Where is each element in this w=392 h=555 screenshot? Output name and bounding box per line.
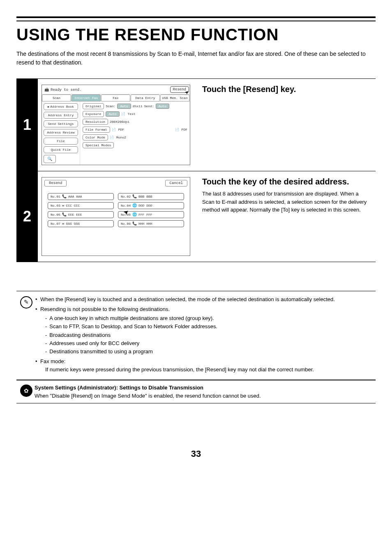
dest-04[interactable]: No.04🌐DDD DDD (118, 202, 184, 209)
preview-button[interactable]: 🔍 (44, 155, 56, 163)
file-button[interactable]: File (44, 138, 78, 145)
scan-label: Scan: (106, 104, 115, 108)
dest-02[interactable]: No.02📞BBB BBB (118, 193, 184, 200)
note-bullet-2: Resending is not possible to the followi… (35, 305, 335, 356)
tab-fax[interactable]: Fax (101, 94, 130, 101)
step-2-heading: Touch the key of the desired address. (202, 177, 372, 187)
page-title: USING THE RESEND FUNCTION (16, 25, 376, 44)
dest-name: CCC CCC (66, 204, 80, 207)
gear-icon: ✿ (20, 385, 32, 397)
step-2-screenshot: Resend Cancel No.01📞AAA AAA No.02📞BBB BB… (38, 171, 194, 262)
note-bullet-3: Fax mode: If numeric keys were pressed d… (35, 357, 335, 374)
note-bullet-3-text: If numeric keys were pressed during the … (40, 366, 335, 374)
resend-button[interactable]: Resend ➤ (170, 86, 189, 93)
note-sub-2: Scan to FTP, Scan to Desktop, and Scan t… (45, 322, 332, 331)
dest-name: HHH HHH (138, 222, 152, 226)
pdf-icon-1 (112, 128, 117, 132)
admin-note: ✿ System Settings (Administrator): Setti… (16, 380, 376, 403)
left-button-column: Address Book Address Entry Send Settings… (42, 101, 80, 165)
dest-name: DDD DDD (138, 204, 152, 207)
exposure-button[interactable]: Exposure (83, 111, 104, 117)
note-sub-1: A one-touch key in which multiple destin… (45, 314, 332, 322)
send-auto[interactable]: Auto (156, 104, 169, 109)
phone-icon: 📞 (132, 221, 137, 226)
dest-no: No.05 (51, 213, 60, 216)
exposure-auto[interactable]: Auto (106, 111, 119, 117)
note-sub-5: Destinations transmitted to using a prog… (45, 348, 332, 356)
exposure-mode: Text (128, 112, 136, 116)
note-bullet-3-label: Fax mode: (40, 358, 65, 364)
tab-scan[interactable]: Scan (42, 94, 71, 101)
admin-title: System Settings (Administrator): Setting… (35, 384, 374, 392)
dest-07[interactable]: No.07✉GGG GGG (48, 220, 114, 227)
dest-01[interactable]: No.01📞AAA AAA (48, 193, 114, 200)
resend-screen: Resend Cancel No.01📞AAA AAA No.02📞BBB BB… (42, 177, 190, 256)
note-bullet-1: When the [Resend] key is touched and a d… (35, 295, 335, 304)
intro-paragraph: The destinations of the most recent 8 tr… (16, 50, 376, 67)
format-v1: PDF (118, 128, 124, 131)
destination-list: No.01📞AAA AAA No.02📞BBB BBB No.03✉CCC CC… (42, 189, 190, 231)
color-mode-button[interactable]: Color Mode (83, 134, 108, 140)
step-number-2: 2 (16, 171, 38, 262)
send-screen: Ready to send. Resend ➤ Scan Internet Fa… (42, 85, 190, 165)
dest-name: FFF FFF (138, 213, 152, 216)
phone-icon: 📞 (62, 212, 67, 217)
phone-icon: 📞 (132, 194, 137, 199)
send-label: Send: (144, 104, 154, 108)
dest-03[interactable]: No.03✉CCC CCC (48, 202, 114, 209)
settings-panel: Original Scan: Auto 8½x11 Send: Auto Exp… (80, 101, 190, 165)
resend-title: Resend (44, 180, 67, 187)
text-mode-icon (121, 112, 126, 116)
status-text: Ready to send. (44, 88, 82, 92)
dest-name: EEE EEE (68, 213, 82, 216)
quick-file-button[interactable]: Quick File (44, 146, 78, 153)
format-v2: PDF (182, 128, 187, 131)
dest-05[interactable]: No.05📞EEE EEE (48, 211, 114, 218)
dest-name: BBB BBB (138, 195, 152, 198)
step-2: 2 Resend Cancel No.01📞AAA AAA No.02📞BBB … (16, 171, 376, 262)
preview-icon: 🔍 (47, 157, 52, 161)
step-2-text: Touch the key of the desired address. Th… (194, 171, 376, 262)
color-value: Mono2 (116, 136, 126, 139)
pencil-icon: ✎ (20, 296, 32, 309)
note-body: When the [Resend] key is touched and a d… (35, 295, 337, 375)
pdf-icon-2 (175, 128, 180, 132)
admin-icon-wrapper: ✿ (18, 384, 35, 400)
note-icon-wrapper: ✎ (18, 295, 35, 375)
scan-size: 8½x11 (133, 104, 143, 108)
step-1-text: Touch the [Resend] key. (194, 79, 376, 171)
cancel-button[interactable]: Cancel (165, 180, 187, 187)
special-modes-button[interactable]: Special Modes (83, 142, 114, 148)
address-book-button[interactable]: Address Book (44, 103, 78, 110)
tab-usb-mem[interactable]: USB Mem. Scan (160, 94, 189, 101)
dest-no: No.01 (51, 195, 60, 198)
mono-icon (110, 136, 115, 140)
send-settings-button[interactable]: Send Settings (44, 120, 78, 127)
scan-auto[interactable]: Auto (117, 104, 131, 109)
address-entry-button[interactable]: Address Entry (44, 112, 78, 119)
step-1-screenshot: Ready to send. Resend ➤ Scan Internet Fa… (38, 79, 194, 171)
dest-no: No.07 (51, 222, 60, 226)
globe-icon: 🌐 (132, 212, 137, 217)
mail-icon: ✉ (62, 221, 64, 226)
dest-no: No.02 (121, 195, 131, 198)
mode-tabs: Scan Internet Fax Fax Data Entry USB Mem… (42, 94, 190, 101)
step-1: 1 Ready to send. Resend ➤ Scan Internet … (16, 79, 376, 171)
mail-icon: ✉ (62, 203, 64, 208)
address-review-button[interactable]: Address Review (44, 129, 78, 136)
steps-section: 1 Ready to send. Resend ➤ Scan Internet … (16, 78, 376, 262)
dest-08[interactable]: No.08📞HHH HHH (118, 220, 184, 227)
note-sub-3: Broadcasting destinations (45, 331, 332, 339)
original-button[interactable]: Original (83, 103, 104, 109)
tab-internet-fax[interactable]: Internet Fax (71, 94, 101, 101)
note-sub-4: Addresses used only for BCC delivery (45, 339, 332, 348)
step-2-body: The last 8 addresses used for transmissi… (202, 190, 372, 214)
dest-no: No.03 (51, 204, 60, 207)
globe-icon: 🌐 (132, 203, 137, 208)
tab-data-entry[interactable]: Data Entry (131, 94, 160, 101)
file-format-button[interactable]: File Format (83, 127, 110, 133)
resolution-button[interactable]: Resolution (83, 119, 108, 125)
page-number: 33 (16, 449, 376, 459)
dest-no: No.08 (121, 222, 131, 226)
note-bullet-2-text: Resending is not possible to the followi… (40, 306, 170, 312)
